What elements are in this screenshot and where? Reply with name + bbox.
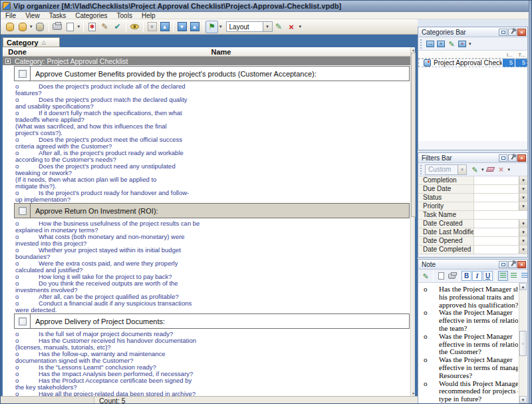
filter-dropdown-button[interactable]: ▾	[519, 228, 527, 236]
filter-value-cell[interactable]	[474, 237, 519, 245]
view-button[interactable]	[128, 21, 141, 33]
item-checkbox[interactable]	[19, 70, 27, 78]
bold-button[interactable]: B	[462, 271, 471, 281]
group-by-category-tab[interactable]: Category △	[3, 37, 60, 47]
filters-toolbar-caret[interactable]: ▾	[508, 167, 511, 172]
underline-button[interactable]: U	[483, 271, 493, 281]
checklist-item-row[interactable]: Approve Delivery of Project Documents:	[14, 313, 410, 329]
categories-count-column-2[interactable]: T...	[518, 52, 525, 58]
complete-task-button[interactable]: ✔	[111, 21, 124, 33]
flag-dropdown-caret[interactable]: ▾	[219, 24, 222, 29]
scrollbar-thumb[interactable]	[411, 53, 416, 217]
scroll-up-arrow[interactable]: ▲	[411, 47, 416, 53]
checklist-item-row[interactable]: Approve Customer Benefits provided by th…	[14, 66, 410, 81]
note-scroll-up-arrow[interactable]: ▲	[519, 283, 527, 290]
scroll-down-arrow[interactable]: ▼	[411, 391, 416, 396]
note-scroll-down-arrow[interactable]: ▼	[519, 396, 527, 403]
item-name[interactable]: Approve Customer Benefits provided by th…	[31, 67, 409, 81]
close-panel-button[interactable]: ×	[517, 261, 526, 268]
filter-dropdown-button[interactable]: ▾	[519, 220, 527, 228]
column-header-done[interactable]: Done	[3, 47, 32, 56]
clear-filter-button[interactable]	[485, 164, 496, 175]
delete-category-button[interactable]: ×	[457, 39, 467, 49]
checklist-item-row[interactable]: Approve Return On Investment (ROI):	[14, 203, 410, 218]
filter-preset-combobox[interactable]: Custom	[425, 164, 458, 175]
filter-value-cell[interactable]	[474, 185, 519, 193]
filter-dropdown-button[interactable]: ▾	[519, 176, 527, 184]
column-header-name[interactable]: Name	[32, 47, 410, 56]
restore-panel-button[interactable]	[499, 154, 507, 162]
layout-options-caret[interactable]: ▾	[299, 24, 302, 29]
collapse-all-button[interactable]: ▲	[188, 21, 201, 33]
filter-value-cell[interactable]	[474, 194, 519, 202]
note-save-button[interactable]: ✎	[420, 271, 431, 282]
print-button[interactable]	[51, 21, 64, 33]
pin-panel-button[interactable]	[508, 29, 517, 36]
list-vertical-scrollbar[interactable]: ▲ ▼	[410, 47, 415, 396]
pin-panel-button[interactable]	[508, 261, 517, 268]
apply-filter-button[interactable]: ✎	[469, 164, 480, 175]
print-preview-button[interactable]	[64, 21, 76, 33]
filter-value-cell[interactable]	[474, 246, 519, 254]
filter-preset-caret[interactable]: ▾	[458, 164, 467, 175]
new-category-button[interactable]: →	[425, 39, 436, 49]
delete-layout-button[interactable]: ×	[285, 21, 298, 33]
delete-filter-button[interactable]: ×	[496, 164, 507, 175]
menu-file[interactable]: File	[1, 12, 21, 19]
filter-value-cell[interactable]	[474, 176, 519, 184]
toolbar-grip[interactable]	[420, 165, 422, 174]
filter-dropdown-button[interactable]: ▾	[519, 237, 527, 245]
menu-categories[interactable]: Categories	[70, 12, 112, 19]
flag-view-button[interactable]: ⚑	[205, 21, 218, 33]
note-print-button[interactable]	[446, 271, 457, 282]
categories-toolbar-caret[interactable]: ▾	[469, 41, 471, 47]
align-justify-button[interactable]	[509, 271, 519, 281]
add-subcategory-button[interactable]: +	[436, 39, 446, 49]
filter-dropdown-button[interactable]: ▾	[519, 202, 527, 210]
pin-panel-button[interactable]	[508, 154, 517, 162]
filter-dropdown-button[interactable]: ▾	[519, 185, 527, 193]
filter-value-cell[interactable]	[474, 202, 519, 210]
bullet-list-button[interactable]	[519, 271, 529, 281]
align-left-button[interactable]	[498, 271, 508, 281]
move-up-button[interactable]: ▲	[158, 21, 171, 33]
filter-value-cell[interactable]	[474, 211, 527, 219]
collapse-group-icon[interactable]	[5, 59, 11, 64]
filter-dropdown-button[interactable]: ▾	[519, 246, 527, 254]
new-task-button[interactable]: ✱	[86, 21, 98, 33]
save-database-button[interactable]	[34, 21, 47, 33]
menu-help[interactable]: Help	[137, 12, 160, 19]
restore-panel-button[interactable]	[499, 29, 507, 36]
close-panel-button[interactable]: ×	[517, 29, 526, 36]
restore-panel-button[interactable]	[499, 261, 507, 268]
menu-tasks[interactable]: Tasks	[45, 12, 71, 19]
filter-value-cell[interactable]	[474, 228, 519, 236]
toolbar-grip[interactable]	[420, 39, 422, 49]
layout-combobox-caret[interactable]: ▾	[263, 21, 273, 32]
expand-all-button[interactable]: ▼	[176, 21, 188, 33]
move-down-button[interactable]: ▼	[146, 21, 158, 33]
categories-count-column-1[interactable]: I...	[507, 52, 513, 58]
print-options-caret[interactable]: ▾	[78, 24, 80, 29]
open-dropdown-caret[interactable]: ▾	[30, 24, 33, 29]
edit-task-button[interactable]: ✎	[98, 21, 111, 33]
menu-view[interactable]: View	[21, 12, 45, 19]
category-group-header[interactable]: Category: Project Approval Checklist	[3, 57, 410, 65]
layout-combobox[interactable]: Layout	[226, 21, 263, 32]
apply-filter-caret[interactable]: ▾	[481, 167, 484, 172]
note-scrollbar[interactable]: ▲ ≡ ▼	[519, 283, 527, 403]
note-new-page-button[interactable]	[436, 271, 446, 282]
open-database-button[interactable]	[16, 21, 29, 33]
item-checkbox[interactable]	[19, 207, 27, 215]
menu-tools[interactable]: Tools	[112, 12, 137, 19]
close-panel-button[interactable]: ×	[517, 154, 526, 162]
category-row[interactable]: Project Approval Checklist55	[418, 59, 527, 67]
edit-layout-button[interactable]: ✎	[273, 21, 285, 33]
new-database-button[interactable]	[3, 21, 16, 33]
edit-category-button[interactable]: ✎	[446, 39, 457, 49]
note-editor[interactable]: oHas the Project Manager shownhis profes…	[418, 283, 527, 403]
note-scrollbar-thumb[interactable]: ≡	[519, 331, 527, 356]
item-name[interactable]: Approve Delivery of Project Documents:	[31, 314, 409, 328]
item-checkbox[interactable]	[19, 317, 27, 325]
item-name[interactable]: Approve Return On Investment (ROI):	[31, 204, 409, 218]
